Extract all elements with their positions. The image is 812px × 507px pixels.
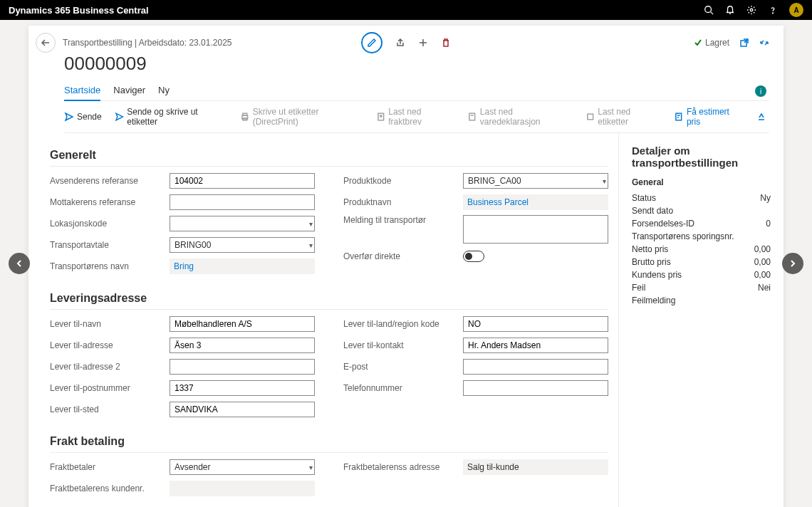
page-title: 00000009 (64, 53, 769, 75)
avatar[interactable]: A (789, 3, 803, 17)
help-icon[interactable] (768, 5, 778, 15)
saved-indicator: Lagret (694, 38, 729, 48)
label-ship-country: Lever til-land/region kode (343, 319, 457, 329)
personalize-icon[interactable] (756, 112, 766, 122)
label-ship-addr2: Lever til-adresse 2 (50, 362, 164, 372)
tab-new[interactable]: Ny (158, 85, 170, 100)
action-download-labels: Last ned etiketter (585, 107, 662, 127)
input-receiver-ref[interactable] (170, 194, 315, 210)
label-freight-addr: Fraktbetalerenss adresse (343, 462, 457, 472)
info-icon[interactable]: i (755, 85, 766, 97)
fb-errmsg-label: Feilmelding (632, 296, 675, 305)
fb-consign-value: 0 (766, 219, 771, 229)
readonly-freight-addr: Salg til-kunde (463, 459, 608, 475)
input-ship-name[interactable] (170, 316, 315, 332)
fb-gross-value: 0,00 (754, 257, 771, 267)
label-transport-agreement: Transportavtale (50, 240, 164, 250)
input-phone[interactable] (463, 380, 608, 396)
input-email[interactable] (463, 359, 608, 375)
app-title: Dynamics 365 Business Central (9, 5, 149, 16)
readonly-product-name: Business Parcel (463, 194, 608, 210)
svg-point-0 (705, 6, 712, 13)
toggle-transfer-direct[interactable] (463, 251, 484, 262)
bell-icon[interactable] (725, 5, 735, 15)
input-ship-addr2[interactable] (170, 359, 315, 375)
factbox-panel: Detaljer om transportbestillingen Genera… (618, 133, 784, 507)
select-product-code[interactable]: BRING_CA00▾ (463, 173, 608, 189)
factbox-general: General (632, 177, 771, 187)
label-sender-ref: Avsenderens referanse (50, 176, 164, 186)
textarea-carrier-msg[interactable] (463, 215, 608, 244)
fb-cust-label: Kundens pris (632, 270, 682, 280)
action-download-waybill: Last ned fraktbrev (376, 107, 455, 127)
svg-point-4 (773, 13, 774, 14)
label-phone: Telefonnummer (343, 383, 457, 393)
breadcrumb: Transportbestilling | Arbeidsdato: 23.01… (63, 38, 232, 48)
prev-record-button[interactable] (9, 253, 30, 274)
label-carrier-msg: Melding til transportør (343, 215, 457, 225)
fb-tracking-label: Transportørens sporingsnr. (632, 231, 734, 241)
back-button[interactable] (36, 33, 56, 53)
label-product-code: Produktkode (343, 176, 457, 186)
fb-net-label: Netto pris (632, 244, 668, 254)
new-button[interactable] (418, 38, 428, 48)
fb-consign-label: Forsendelses-ID (632, 219, 694, 229)
input-sender-ref[interactable] (170, 173, 315, 189)
readonly-freight-custno (170, 481, 315, 496)
input-ship-country[interactable] (463, 316, 608, 332)
search-icon[interactable] (704, 5, 714, 15)
svg-rect-14 (588, 114, 593, 120)
label-ship-post: Lever til-postnummer (50, 383, 164, 393)
label-ship-name: Lever til-navn (50, 319, 164, 329)
tab-navigate[interactable]: Naviger (113, 85, 145, 100)
label-ship-contact: Lever til-kontakt (343, 340, 457, 350)
select-transport-agreement[interactable]: BRING00▾ (170, 237, 315, 253)
next-record-button[interactable] (782, 253, 803, 274)
svg-rect-15 (676, 113, 682, 120)
label-receiver-ref: Mottakerens referanse (50, 197, 164, 207)
popout-button[interactable] (739, 38, 749, 48)
fb-cust-value: 0,00 (754, 270, 771, 280)
fb-net-value: 0,00 (754, 244, 771, 254)
label-freight-payer: Fraktbetaler (50, 462, 164, 472)
collapse-button[interactable] (759, 38, 769, 48)
delete-button[interactable] (441, 38, 451, 48)
action-download-goods: Last ned varedeklarasjon (467, 107, 572, 127)
svg-line-1 (711, 12, 714, 15)
edit-button[interactable] (361, 32, 382, 53)
fb-error-value: Nei (758, 283, 771, 293)
action-estimate[interactable]: Få estimert pris (674, 107, 744, 127)
action-send[interactable]: Sende (64, 112, 102, 122)
section-delivery[interactable]: Leveringsadresse (50, 288, 608, 310)
action-print-direct: Skrive ut etiketter (DirectPrint) (240, 107, 363, 127)
readonly-carrier-name: Bring (170, 258, 315, 274)
svg-rect-12 (469, 113, 475, 120)
fb-status-label: Status (632, 193, 656, 203)
fb-status-value: Ny (760, 193, 771, 203)
select-location-code[interactable]: ▾ (170, 216, 315, 231)
fb-error-label: Feil (632, 283, 645, 293)
label-ship-city: Lever til-sted (50, 404, 164, 414)
input-ship-post[interactable] (170, 380, 315, 396)
label-transfer-direct: Overfør direkte (343, 251, 457, 261)
input-ship-city[interactable] (170, 402, 315, 417)
action-send-print[interactable]: Sende og skrive ut etiketter (115, 107, 227, 127)
select-freight-payer[interactable]: Avsender▾ (170, 459, 315, 475)
input-ship-contact[interactable] (463, 338, 608, 353)
factbox-title: Detaljer om transportbestillingen (632, 145, 771, 169)
label-email: E-post (343, 362, 457, 372)
svg-point-3 (750, 9, 753, 11)
section-general[interactable]: Generelt (50, 145, 608, 167)
settings-icon[interactable] (746, 5, 756, 15)
label-location-code: Lokasjonskode (50, 219, 164, 229)
label-carrier-name: Transportørens navn (50, 261, 164, 271)
section-freight[interactable]: Frakt betaling (50, 431, 608, 453)
fb-gross-label: Brutto pris (632, 257, 671, 267)
tab-home[interactable]: Startside (64, 85, 100, 101)
label-product-name: Produktnavn (343, 197, 457, 207)
fb-sentdate-label: Sendt dato (632, 206, 673, 216)
label-ship-addr: Lever til-adresse (50, 340, 164, 350)
input-ship-addr[interactable] (170, 338, 315, 353)
svg-rect-7 (243, 113, 247, 115)
share-button[interactable] (395, 38, 405, 48)
